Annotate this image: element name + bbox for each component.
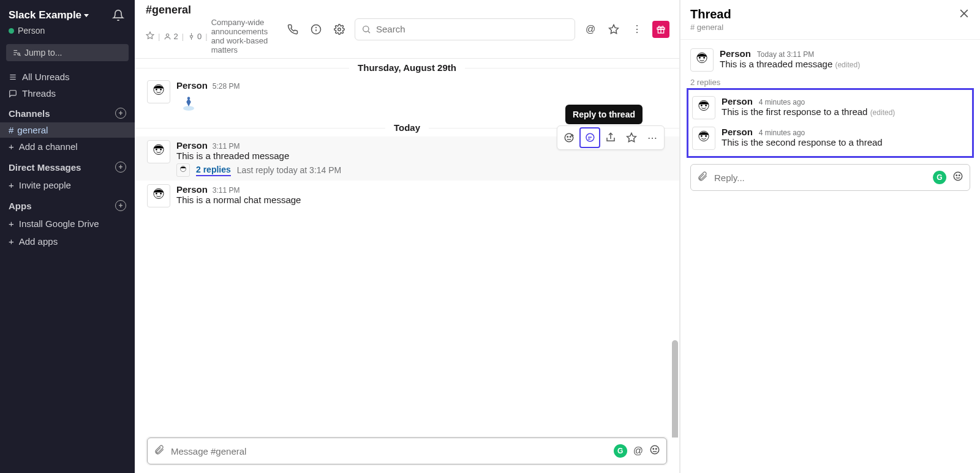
channel-topic[interactable]: Company-wide announcements and work-base… bbox=[211, 18, 276, 54]
message-text: This is a threaded message bbox=[176, 151, 667, 161]
message-time: 5:28 PM bbox=[213, 82, 240, 91]
channels-header[interactable]: Channels bbox=[9, 108, 50, 119]
avatar[interactable] bbox=[692, 96, 715, 119]
thread-composer-input[interactable] bbox=[714, 173, 927, 183]
avatar[interactable] bbox=[690, 48, 714, 72]
list-icon bbox=[9, 73, 17, 81]
avatar[interactable] bbox=[147, 140, 170, 163]
dm-header[interactable]: Direct Messages bbox=[9, 162, 81, 173]
thread-composer[interactable]: G bbox=[690, 164, 970, 191]
star-message-icon[interactable] bbox=[621, 127, 642, 148]
grammarly-icon[interactable]: G bbox=[614, 444, 627, 458]
reply-time: 4 minutes ago bbox=[759, 128, 805, 137]
plus-icon: + bbox=[9, 236, 14, 247]
svg-line-15 bbox=[368, 31, 370, 33]
gift-icon[interactable] bbox=[652, 21, 669, 38]
message-sender[interactable]: Person bbox=[176, 184, 208, 195]
emoji-composer-icon[interactable] bbox=[952, 171, 963, 184]
message-attachment[interactable] bbox=[176, 91, 201, 115]
svg-point-24 bbox=[187, 97, 190, 100]
add-dm-icon[interactable]: + bbox=[115, 162, 126, 173]
add-apps-button[interactable]: + Add apps bbox=[0, 233, 135, 250]
svg-point-51 bbox=[701, 135, 703, 137]
close-thread-icon[interactable] bbox=[958, 7, 970, 22]
workspace-switcher[interactable]: Slack Example bbox=[9, 9, 89, 21]
grammarly-icon[interactable]: G bbox=[933, 171, 946, 184]
thread-reply: Person 4 minutes ago This is the second … bbox=[688, 123, 972, 154]
svg-point-34 bbox=[160, 149, 162, 151]
apps-header[interactable]: Apps bbox=[9, 201, 32, 211]
current-user-presence[interactable]: Person bbox=[0, 24, 135, 42]
pins-icon[interactable]: 0 bbox=[187, 32, 202, 41]
search-field[interactable] bbox=[376, 24, 568, 34]
thread-replies-count: 2 replies bbox=[680, 75, 980, 88]
svg-point-37 bbox=[156, 193, 157, 195]
attach-icon[interactable] bbox=[154, 444, 165, 458]
thread-time: Today at 3:11 PM bbox=[757, 50, 814, 59]
share-icon[interactable] bbox=[600, 127, 621, 148]
sidebar-item-label: All Unreads bbox=[22, 72, 70, 82]
sidebar-item-threads[interactable]: Threads bbox=[0, 85, 135, 102]
reply-avatar[interactable] bbox=[176, 163, 190, 177]
call-icon[interactable] bbox=[285, 21, 301, 37]
search-input[interactable] bbox=[355, 18, 575, 40]
emoji-composer-icon[interactable] bbox=[649, 444, 660, 458]
install-gdrive-label: Install Google Drive bbox=[19, 218, 99, 229]
more-actions-icon[interactable]: ⋯ bbox=[642, 127, 663, 148]
attach-icon[interactable] bbox=[697, 171, 708, 184]
jump-to-placeholder: Jump to... bbox=[24, 48, 62, 58]
settings-icon[interactable] bbox=[331, 21, 347, 37]
tooltip: Reply to thread bbox=[565, 105, 643, 124]
add-channel-icon[interactable]: + bbox=[115, 108, 126, 119]
divider: | bbox=[182, 32, 184, 41]
invite-people-button[interactable]: + Invite people bbox=[0, 176, 135, 194]
svg-marker-16 bbox=[609, 24, 619, 33]
message-sender[interactable]: Person bbox=[176, 140, 208, 151]
message-list: Thursday, August 29th Person 5:28 PM Tod… bbox=[135, 59, 679, 438]
svg-point-26 bbox=[567, 136, 568, 138]
notifications-icon[interactable] bbox=[110, 7, 126, 23]
svg-point-33 bbox=[156, 149, 157, 151]
info-icon[interactable] bbox=[308, 21, 324, 37]
avatar[interactable] bbox=[147, 80, 170, 103]
channel-title[interactable]: #general bbox=[146, 4, 276, 17]
channel-item-general[interactable]: # general bbox=[0, 122, 135, 138]
svg-point-21 bbox=[156, 89, 157, 91]
reply-sender[interactable]: Person bbox=[722, 127, 753, 137]
message-composer[interactable]: G @ bbox=[147, 438, 667, 464]
svg-point-22 bbox=[160, 89, 162, 91]
svg-point-54 bbox=[956, 175, 957, 176]
replies-link[interactable]: 2 replies bbox=[196, 165, 231, 176]
add-app-icon[interactable]: + bbox=[115, 200, 126, 211]
message-row: Reply to thread ⋯ Person 3:11 PM This is… bbox=[135, 136, 679, 181]
more-header-icon[interactable]: ⋮ bbox=[629, 21, 645, 37]
install-google-drive-button[interactable]: + Install Google Drive bbox=[0, 215, 135, 233]
scrollbar[interactable] bbox=[672, 340, 678, 438]
star-header-icon[interactable] bbox=[606, 21, 622, 37]
mentions-icon[interactable]: @ bbox=[582, 21, 598, 37]
thread-subtitle: # general bbox=[690, 23, 731, 32]
message-sender[interactable]: Person bbox=[176, 80, 208, 91]
reply-thread-icon[interactable] bbox=[579, 127, 600, 148]
svg-point-38 bbox=[160, 193, 162, 195]
reply-sender[interactable]: Person bbox=[722, 96, 753, 106]
svg-point-14 bbox=[363, 26, 369, 31]
invite-label: Invite people bbox=[19, 180, 71, 190]
avatar[interactable] bbox=[147, 184, 170, 207]
avatar[interactable] bbox=[692, 127, 715, 150]
add-channel-label: Add a channel bbox=[19, 141, 78, 152]
members-icon[interactable]: 2 bbox=[164, 32, 178, 41]
thread-sender[interactable]: Person bbox=[720, 48, 751, 59]
svg-point-9 bbox=[167, 34, 169, 36]
jump-to-input[interactable]: Jump to... bbox=[6, 44, 129, 61]
pins-count: 0 bbox=[197, 32, 202, 41]
svg-marker-8 bbox=[146, 32, 154, 39]
channel-name-label: general bbox=[17, 125, 48, 135]
mention-composer-icon[interactable]: @ bbox=[633, 445, 643, 456]
add-reaction-icon[interactable] bbox=[559, 127, 579, 148]
composer-input[interactable] bbox=[171, 446, 608, 456]
add-channel-button[interactable]: + Add a channel bbox=[0, 138, 135, 155]
star-icon[interactable] bbox=[146, 31, 154, 42]
sidebar-item-all-unreads[interactable]: All Unreads bbox=[0, 69, 135, 85]
svg-point-27 bbox=[570, 136, 571, 138]
